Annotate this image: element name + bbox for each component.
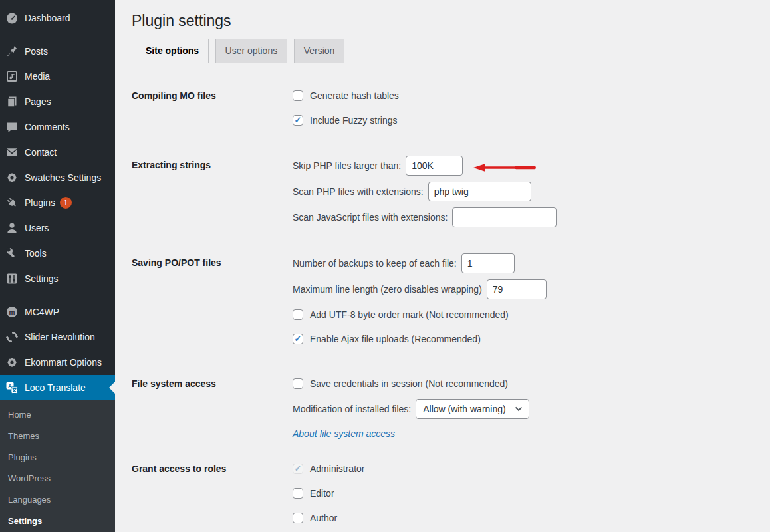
sidebar-item-label: Slider Revolution [25, 331, 95, 344]
sidebar-item-label: Users [25, 221, 49, 235]
scan-js-extensions-input[interactable] [452, 207, 557, 227]
dashboard-icon [5, 11, 19, 25]
checkbox-label: Administrator [310, 464, 364, 474]
backups-row: Number of backups to keep of each file: [293, 253, 770, 273]
submenu-item-plugins[interactable]: Plugins [0, 447, 115, 468]
section-saving-po-pot-files: Saving PO/POT files Number of backups to… [132, 253, 770, 354]
section-label: Extracting strings [132, 156, 293, 233]
sidebar-item-ekommart-options[interactable]: Ekommart Options [0, 350, 115, 375]
sidebar-item-contact[interactable]: Contact [0, 140, 115, 165]
checkbox-label: Generate hash tables [310, 90, 399, 101]
modification-select[interactable]: Allow (with warning) [416, 399, 529, 419]
role-author-checkbox[interactable] [293, 513, 303, 523]
submenu-item-settings[interactable]: Settings [0, 511, 115, 532]
sidebar-item-media[interactable]: Media [0, 64, 115, 89]
sidebar-item-swatches-settings[interactable]: Swatches Settings [0, 165, 115, 190]
ajax-uploads-row[interactable]: Enable Ajax file uploads (Recommended) [293, 330, 770, 348]
role-administrator-checkbox [293, 464, 303, 474]
mc4wp-icon: m [5, 305, 19, 319]
sidebar-item-comments[interactable]: Comments [0, 114, 115, 140]
sidebar-item-users[interactable]: Users [0, 215, 115, 241]
sidebar-item-label: Posts [25, 45, 48, 58]
media-icon [5, 70, 19, 83]
sidebar-item-pages[interactable]: Pages [0, 89, 115, 114]
main-content: Plugin settings Site options User option… [115, 0, 770, 532]
submenu-item-wordpress[interactable]: WordPress [0, 468, 115, 489]
section-label: File system access [132, 374, 293, 440]
sidebar-item-label: Tools [25, 247, 47, 260]
about-file-system-link[interactable]: About file system access [293, 428, 395, 439]
skip-php-size-row: Skip PHP files larger than: [293, 156, 770, 176]
tab-bar: Site options User options Version [132, 39, 770, 63]
sidebar-item-posts[interactable]: Posts [0, 39, 115, 64]
include-fuzzy-strings-row[interactable]: Include Fuzzy strings [293, 111, 770, 130]
svg-text:m: m [9, 309, 15, 316]
settings-form: Compiling MO files Generate hash tables … [132, 86, 770, 532]
field-label: Scan PHP files with extensions: [293, 186, 424, 197]
slider-revolution-icon [5, 331, 19, 344]
backups-input[interactable] [461, 253, 515, 273]
sidebar-item-label: Ekommart Options [25, 356, 102, 369]
ajax-uploads-checkbox[interactable] [293, 334, 303, 344]
checkbox-label: Include Fuzzy strings [310, 115, 398, 126]
generate-hash-tables-checkbox[interactable] [293, 90, 303, 101]
sidebar-item-label: Comments [25, 120, 70, 134]
skip-php-size-input[interactable] [406, 156, 463, 176]
submenu-item-home[interactable]: Home [0, 404, 115, 426]
sidebar-item-settings[interactable]: Settings [0, 266, 115, 291]
include-fuzzy-strings-checkbox[interactable] [293, 115, 303, 126]
sidebar-item-label: Loco Translate [25, 381, 86, 394]
section-compiling-mo-files: Compiling MO files Generate hash tables … [132, 86, 770, 136]
update-count-badge: 1 [60, 197, 72, 209]
tab-site-options[interactable]: Site options [136, 39, 209, 63]
translate-icon: A [5, 381, 19, 394]
checkbox-label: Editor [310, 488, 334, 499]
settings-icon [5, 272, 19, 285]
section-grant-access-to-roles: Grant access to roles Administrator Edit… [132, 460, 770, 532]
tab-user-options[interactable]: User options [215, 39, 288, 63]
utf8-bom-row[interactable]: Add UTF-8 byte order mark (Not recommend… [293, 305, 770, 324]
tab-version[interactable]: Version [294, 39, 345, 63]
sidebar-item-label: Contact [25, 146, 57, 159]
current-menu-arrow [109, 382, 115, 394]
wrench-icon [5, 247, 19, 260]
scan-js-extensions-row: Scan JavaScript files with extensions: [293, 207, 770, 227]
sidebar-item-dashboard[interactable]: Dashboard [0, 5, 115, 31]
line-length-input[interactable] [487, 279, 547, 299]
sidebar-item-plugins[interactable]: Plugins 1 [0, 190, 115, 215]
section-file-system-access: File system access Save credentials in s… [132, 374, 770, 440]
sidebar-item-mc4wp[interactable]: m MC4WP [0, 299, 115, 325]
sidebar-item-label: MC4WP [25, 305, 59, 319]
field-label: Modification of installed files: [293, 404, 411, 414]
role-administrator-row: Administrator [293, 460, 770, 478]
selected-option: Allow (with warning) [423, 404, 505, 414]
sidebar-item-label: Media [25, 70, 50, 83]
scan-php-extensions-input[interactable] [428, 182, 531, 201]
submenu-item-themes[interactable]: Themes [0, 426, 115, 447]
role-editor-checkbox[interactable] [293, 488, 303, 499]
submenu-item-languages[interactable]: Languages [0, 489, 115, 511]
checkbox-label: Enable Ajax file uploads (Recommended) [310, 334, 481, 344]
checkbox-label: Add UTF-8 byte order mark (Not recommend… [310, 309, 509, 320]
save-credentials-row[interactable]: Save credentials in session (Not recomme… [293, 374, 770, 393]
field-label: Maximum line length (zero disables wrapp… [293, 284, 482, 295]
sidebar-item-tools[interactable]: Tools [0, 241, 115, 266]
envelope-icon [5, 146, 19, 159]
user-icon [5, 221, 19, 235]
section-label: Saving PO/POT files [132, 253, 293, 354]
save-credentials-checkbox[interactable] [293, 378, 303, 389]
utf8-bom-checkbox[interactable] [293, 309, 303, 320]
page-title: Plugin settings [132, 0, 770, 31]
role-editor-row[interactable]: Editor [293, 484, 770, 503]
field-label: Number of backups to keep of each file: [293, 258, 457, 269]
gear-icon [5, 356, 19, 369]
sidebar-item-label: Settings [25, 272, 59, 285]
sidebar-item-loco-translate[interactable]: A Loco Translate [0, 375, 115, 400]
admin-sidebar: Dashboard Posts Media Pages Comments Con… [0, 0, 115, 532]
sidebar-item-label: Swatches Settings [25, 171, 101, 184]
sidebar-item-slider-revolution[interactable]: Slider Revolution [0, 325, 115, 350]
scan-php-extensions-row: Scan PHP files with extensions: [293, 182, 770, 201]
role-author-row[interactable]: Author [293, 509, 770, 527]
sidebar-item-label: Dashboard [25, 11, 70, 25]
generate-hash-tables-row[interactable]: Generate hash tables [293, 86, 770, 105]
